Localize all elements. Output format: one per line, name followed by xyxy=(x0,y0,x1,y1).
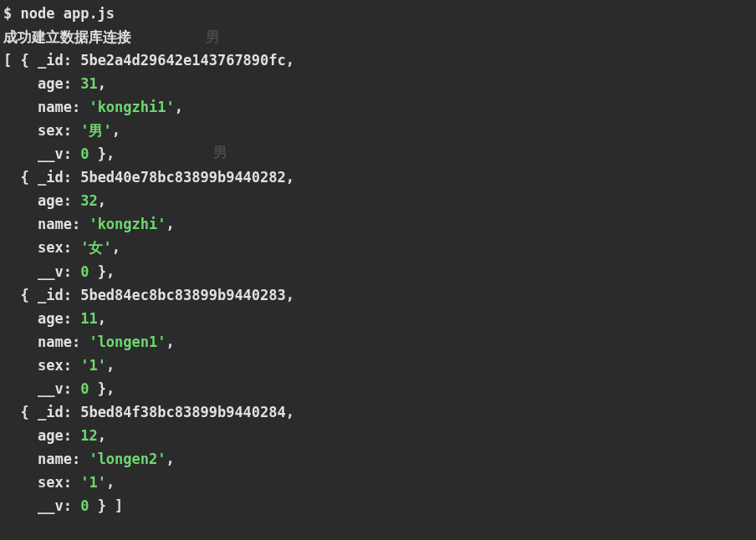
output-line: name: 'longen1', xyxy=(3,330,753,354)
terminal-output: $ node app.js 成功建立数据库连接 [ { _id: 5be2a4d… xyxy=(3,2,753,517)
output-line: { _id: 5bed84ec8bc83899b9440283, xyxy=(3,283,753,307)
output-line: sex: '女', xyxy=(3,236,753,259)
output-line: age: 32, xyxy=(3,189,753,212)
output-line: sex: '1', xyxy=(3,471,753,494)
output-line: __v: 0 }, xyxy=(3,260,753,283)
output-line: age: 11, xyxy=(3,307,753,330)
command-line: $ node app.js xyxy=(3,2,753,25)
output-line: __v: 0 }, xyxy=(3,377,753,400)
output-line: __v: 0 } ] xyxy=(3,494,753,517)
output-line: sex: '1', xyxy=(3,354,753,377)
output-line: name: 'longen2', xyxy=(3,447,753,471)
output-line: { _id: 5bed84f38bc83899b9440284, xyxy=(3,400,753,424)
output-line: age: 12, xyxy=(3,424,753,447)
prompt-symbol: $ xyxy=(3,5,12,22)
connection-message: 成功建立数据库连接 xyxy=(3,25,753,48)
output-line: age: 31, xyxy=(3,72,753,95)
output-line: [ { _id: 5be2a4d29642e143767890fc, xyxy=(3,48,753,72)
output-line: { _id: 5bed40e78bc83899b9440282, xyxy=(3,166,753,189)
output-line: name: 'kongzhi', xyxy=(3,212,753,236)
output-line: sex: '男', xyxy=(3,119,753,142)
command-text: node app.js xyxy=(21,5,115,22)
output-line: name: 'kongzhi1', xyxy=(3,95,753,119)
output-line: __v: 0 }, xyxy=(3,142,753,166)
